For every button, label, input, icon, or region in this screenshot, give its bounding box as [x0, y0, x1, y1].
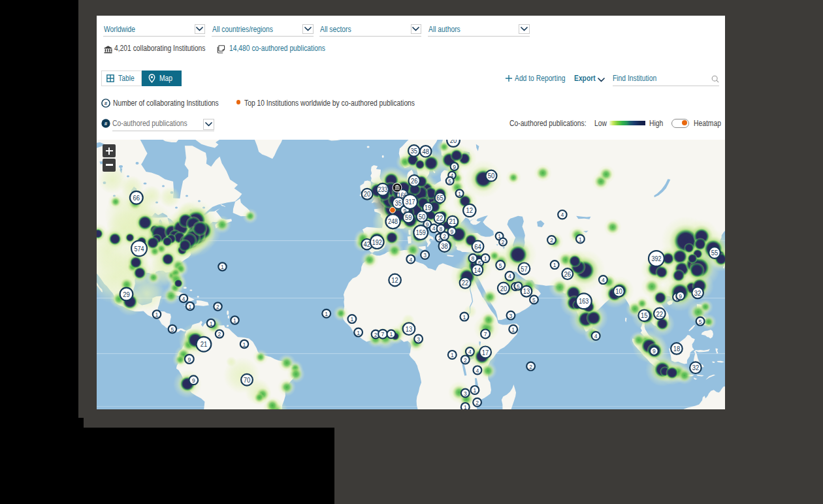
svg-text:26: 26	[411, 178, 418, 185]
svg-text:35: 35	[395, 200, 402, 208]
svg-text:4: 4	[602, 277, 605, 284]
svg-text:50: 50	[488, 172, 495, 180]
svg-text:4: 4	[476, 367, 479, 374]
svg-text:22: 22	[462, 279, 469, 287]
svg-text:38: 38	[441, 243, 448, 251]
svg-text:26: 26	[564, 270, 572, 278]
svg-text:1: 1	[155, 311, 159, 319]
svg-text:2: 2	[218, 331, 221, 338]
svg-text:1: 1	[451, 352, 454, 359]
svg-text:7: 7	[381, 331, 385, 338]
svg-text:3: 3	[417, 336, 420, 343]
svg-text:1: 1	[464, 404, 467, 409]
svg-text:1: 1	[463, 313, 466, 321]
svg-text:17: 17	[482, 349, 489, 356]
svg-text:1: 1	[233, 317, 236, 324]
svg-text:55: 55	[711, 249, 718, 257]
svg-text:5: 5	[517, 283, 520, 290]
svg-text:2: 2	[374, 331, 378, 338]
svg-text:2: 2	[529, 363, 532, 370]
svg-text:9: 9	[187, 356, 191, 363]
svg-text:59: 59	[405, 214, 412, 222]
svg-text:5: 5	[499, 262, 502, 269]
svg-text:5: 5	[171, 326, 174, 333]
svg-text:5: 5	[448, 178, 451, 185]
svg-text:57: 57	[521, 265, 528, 273]
svg-text:1: 1	[210, 320, 213, 327]
svg-text:29: 29	[123, 291, 130, 298]
svg-text:3: 3	[423, 252, 427, 259]
svg-text:15: 15	[641, 312, 648, 320]
svg-text:66: 66	[133, 194, 140, 202]
svg-text:9: 9	[679, 292, 682, 300]
svg-text:1: 1	[553, 262, 557, 269]
svg-text:8: 8	[440, 226, 443, 233]
svg-text:22: 22	[436, 215, 444, 223]
svg-text:9: 9	[451, 228, 454, 235]
svg-text:1: 1	[325, 311, 328, 318]
svg-text:392: 392	[651, 255, 661, 263]
svg-text:48: 48	[422, 148, 429, 156]
svg-text:2: 2	[502, 239, 505, 246]
svg-text:3: 3	[509, 312, 513, 319]
svg-text:1: 1	[511, 326, 515, 334]
svg-text:5: 5	[699, 318, 702, 325]
svg-text:13: 13	[523, 288, 530, 296]
svg-text:14: 14	[474, 266, 481, 274]
svg-text:12: 12	[391, 277, 398, 285]
svg-text:21: 21	[201, 341, 208, 349]
svg-text:4: 4	[409, 256, 412, 263]
svg-text:7: 7	[484, 331, 487, 338]
svg-text:1: 1	[351, 316, 354, 323]
svg-text:159: 159	[416, 229, 426, 237]
svg-text:192: 192	[372, 238, 382, 246]
svg-text:13: 13	[406, 325, 413, 333]
svg-text:2: 2	[443, 233, 446, 240]
svg-text:10: 10	[615, 288, 622, 296]
svg-text:4: 4	[561, 212, 564, 219]
svg-text:1: 1	[484, 255, 487, 262]
svg-text:#: #	[104, 121, 107, 127]
svg-text:163: 163	[579, 298, 589, 306]
svg-text:1: 1	[579, 236, 582, 243]
svg-text:32: 32	[694, 289, 702, 297]
svg-text:65: 65	[436, 195, 444, 202]
svg-text:4: 4	[594, 333, 598, 340]
svg-text:9: 9	[453, 163, 456, 170]
svg-text:20: 20	[500, 285, 508, 292]
svg-text:9: 9	[192, 377, 195, 385]
svg-text:1: 1	[357, 329, 360, 336]
svg-text:12: 12	[466, 207, 474, 215]
svg-text:32: 32	[692, 364, 700, 372]
svg-text:21: 21	[449, 218, 457, 226]
svg-text:22: 22	[656, 310, 664, 318]
svg-text:248: 248	[388, 218, 398, 226]
svg-text:2: 2	[476, 400, 479, 407]
svg-text:64: 64	[474, 243, 481, 251]
svg-text:233: 233	[378, 186, 387, 194]
svg-text:4: 4	[468, 349, 472, 356]
svg-text:4: 4	[508, 273, 511, 280]
svg-text:2: 2	[216, 304, 219, 311]
svg-text:1: 1	[390, 331, 393, 338]
svg-text:1: 1	[474, 387, 477, 394]
svg-text:1: 1	[189, 303, 192, 310]
svg-text:35: 35	[411, 148, 418, 155]
svg-text:2: 2	[464, 356, 467, 364]
svg-text:574: 574	[134, 245, 144, 253]
svg-text:3: 3	[464, 390, 467, 397]
svg-text:4: 4	[432, 225, 436, 232]
svg-text:9: 9	[653, 348, 656, 355]
svg-text:#: #	[104, 101, 107, 106]
svg-text:18: 18	[673, 345, 681, 353]
svg-text:20: 20	[364, 191, 371, 198]
svg-text:70: 70	[244, 377, 251, 385]
svg-text:2: 2	[550, 237, 553, 244]
svg-text:1: 1	[243, 341, 246, 348]
svg-text:4: 4	[182, 295, 186, 302]
svg-text:19: 19	[425, 204, 432, 212]
svg-text:20: 20	[450, 140, 457, 144]
svg-text:1: 1	[221, 264, 224, 271]
svg-text:1: 1	[458, 190, 461, 197]
svg-text:5: 5	[532, 296, 536, 304]
